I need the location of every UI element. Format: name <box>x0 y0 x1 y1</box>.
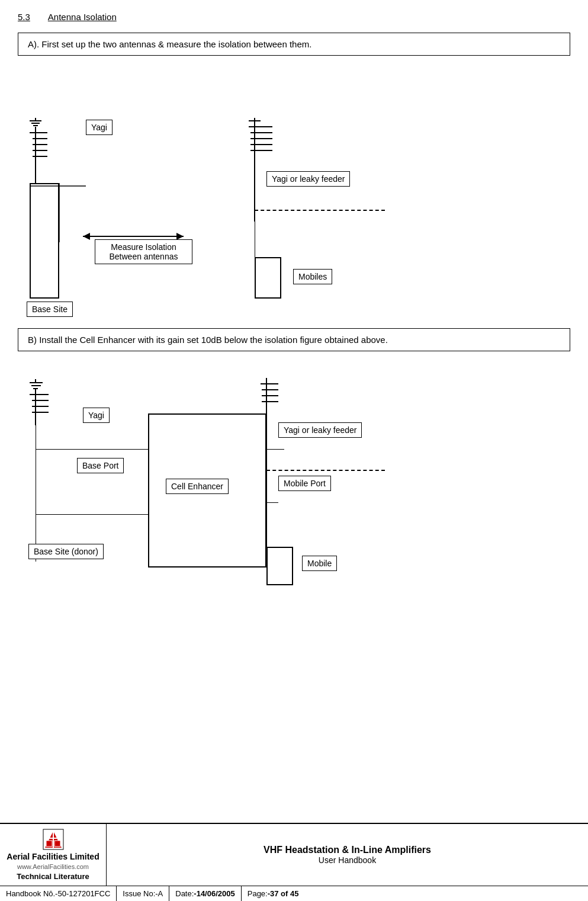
right-antenna-svg <box>231 115 290 222</box>
section-number: 5.3 <box>18 12 30 22</box>
yagi-leaky-label-2: Yagi or leaky feeder <box>278 422 362 438</box>
company-url: www.AerialFacilities.com <box>17 863 89 870</box>
date-cell: Date:-14/06/2005 <box>169 886 241 901</box>
h-right-bot-2 <box>266 502 278 503</box>
handbook-no: Handbook Nō.-50-127201FCC <box>0 886 117 901</box>
mobiles-label: Mobiles <box>293 269 332 284</box>
svg-rect-43 <box>46 841 52 847</box>
right-vline <box>255 210 255 257</box>
svg-rect-44 <box>54 841 60 847</box>
handbook-label: User Handbook <box>319 855 376 865</box>
footer-right: VHF Headstation & In-Line Amplifiers Use… <box>107 824 588 886</box>
right-vline-2 <box>266 461 267 547</box>
section-heading: 5.3 Antenna Isolation <box>18 12 570 22</box>
conn-line-top <box>266 449 284 450</box>
h-cable-bottom-2 <box>36 514 148 515</box>
product-name: VHF Headstation & In-Line Amplifiers <box>264 845 431 855</box>
instruction-box-a: A). First set up the two antennas & meas… <box>18 33 570 56</box>
base-port-label: Base Port <box>77 458 124 473</box>
page-cell: Page:-37 of 45 <box>242 886 305 901</box>
instruction-a-text: A). First set up the two antennas & meas… <box>28 39 311 49</box>
left-mast-2 <box>36 425 36 562</box>
base-site-donor-label: Base Site (donor) <box>28 544 104 559</box>
yagi-leaky-label-1: Yagi or leaky feeder <box>266 171 350 187</box>
yagi-label-1: Yagi <box>86 120 113 135</box>
base-site-rect <box>30 183 59 299</box>
dashed-line-2 <box>266 470 385 471</box>
footer-bottom: Handbook Nō.-50-127201FCC Issue No:-A Da… <box>0 886 588 901</box>
cell-enhancer-label: Cell Enhancer <box>166 479 229 494</box>
company-logo-icon <box>43 829 64 850</box>
section-title: Antenna Isolation <box>48 12 117 22</box>
instruction-b-text: B) Install the Cell Enhancer with its ga… <box>28 335 388 345</box>
mobile-rect <box>266 547 293 585</box>
left-antenna2-svg <box>30 378 83 449</box>
instruction-box-b: B) Install the Cell Enhancer with its ga… <box>18 328 570 351</box>
footer-logo: Aerial Facilities Limited www.AerialFaci… <box>0 824 107 886</box>
tech-lit-label: Technical Literature <box>17 872 89 881</box>
diagram-1: Yagi Yagi or leaky feeder <box>18 68 570 322</box>
issue-no: Issue No:-A <box>117 886 169 901</box>
mobiles-rect <box>255 257 281 299</box>
mobile-port-label: Mobile Port <box>278 476 331 491</box>
dashed-line-1 <box>255 210 385 211</box>
footer: Aerial Facilities Limited www.AerialFaci… <box>0 823 588 901</box>
mobile-label: Mobile <box>302 556 337 571</box>
footer-top: Aerial Facilities Limited www.AerialFaci… <box>0 824 588 886</box>
base-site-label-1: Base Site <box>27 302 73 317</box>
yagi-label-2: Yagi <box>83 408 110 423</box>
h-cable-top-2 <box>36 449 154 450</box>
company-name: Aerial Facilities Limited <box>7 852 99 861</box>
diagram-2: Yagi Base Port Cell Enhancer Base Site (… <box>18 366 570 603</box>
left-cable <box>59 183 113 248</box>
